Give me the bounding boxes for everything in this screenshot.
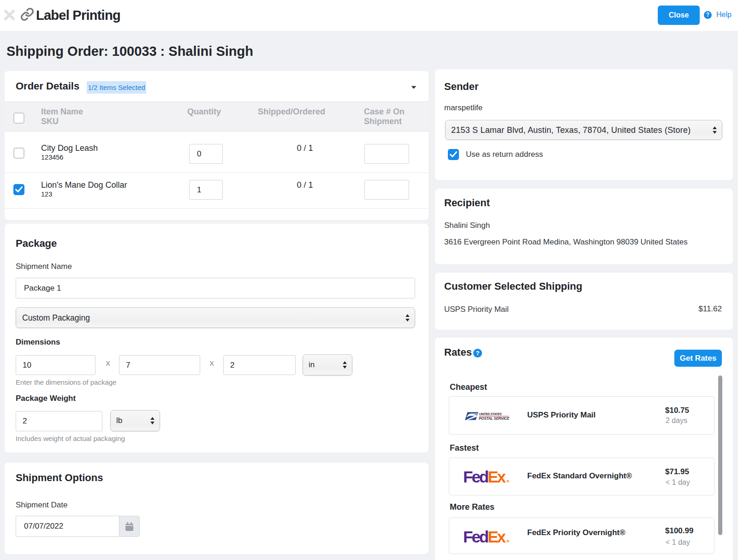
svg-text:POSTAL SERVICE: POSTAL SERVICE — [479, 417, 510, 420]
svg-text:UNITED STATES: UNITED STATES — [479, 412, 502, 416]
